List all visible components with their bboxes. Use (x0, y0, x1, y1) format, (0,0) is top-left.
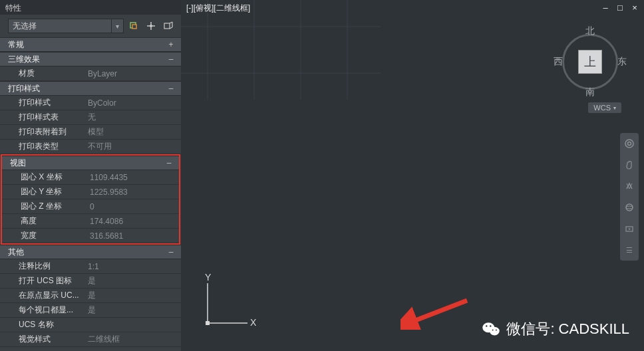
section-view[interactable]: 视图 – (2, 156, 179, 170)
properties-panel: 特性 无选择 ▾ 常规 + 三维效果 – 材质 ByLayer 打印样式 – 打… (0, 0, 181, 351)
svg-point-30 (483, 322, 495, 332)
annotation-arrow-icon (401, 296, 474, 330)
svg-point-35 (496, 330, 497, 331)
prop-row[interactable]: 圆心 Z 坐标0 (2, 199, 179, 214)
prop-val: 1109.4435 (88, 173, 179, 182)
section-label: 三维效果 (8, 54, 40, 65)
svg-line-29 (408, 300, 467, 323)
viewcube-east[interactable]: 东 (617, 56, 627, 68)
drawing-canvas[interactable]: [-][俯视][二维线框] – □ × 上 北 南 西 东 WCS ▾ ☰ Y … (181, 0, 644, 351)
svg-rect-28 (206, 321, 210, 325)
wcs-badge[interactable]: WCS ▾ (588, 102, 621, 113)
prop-key: 打印样式 (0, 97, 86, 108)
prop-key: 打印表附着到 (0, 126, 86, 138)
panel-title: 特性 (0, 0, 181, 15)
pan-icon[interactable] (623, 158, 636, 172)
section-general[interactable]: 常规 + (0, 37, 181, 52)
prop-key: 高度 (2, 215, 88, 227)
prop-val: 是 (86, 290, 181, 301)
orbit-icon[interactable] (623, 201, 636, 214)
section-label: 其他 (8, 247, 24, 258)
zoom-icon[interactable] (623, 179, 636, 193)
prop-val: ByLayer (86, 69, 181, 78)
maximize-icon[interactable]: □ (615, 3, 625, 13)
prop-val: 174.4086 (88, 217, 179, 226)
svg-point-34 (492, 330, 494, 331)
viewcube-face-top[interactable]: 上 (578, 50, 602, 74)
prop-val: 是 (86, 304, 181, 316)
svg-point-33 (490, 325, 491, 326)
viewcube[interactable]: 上 北 南 西 东 (554, 25, 627, 98)
watermark-text: 微信号: CADSKILL (506, 319, 629, 339)
prop-row[interactable]: 打印样式表无 (0, 110, 181, 125)
prop-row[interactable]: 在原点显示 UC...是 (0, 289, 181, 303)
collapse-icon: – (164, 158, 174, 168)
watermark: 微信号: CADSKILL (481, 319, 629, 339)
svg-point-31 (490, 327, 500, 336)
prop-key: 注释比例 (0, 261, 86, 272)
showmotion-icon[interactable] (623, 222, 636, 235)
viewcube-south[interactable]: 南 (585, 86, 595, 98)
minimize-icon[interactable]: – (600, 3, 611, 13)
prop-row[interactable]: 视觉样式二维线框 (0, 332, 181, 347)
prop-row[interactable]: 打印表类型不可用 (0, 140, 181, 154)
prop-row[interactable]: 宽度316.5681 (2, 229, 179, 243)
collapse-icon: – (166, 247, 176, 257)
svg-point-23 (626, 204, 633, 211)
prop-val: 1:1 (86, 262, 181, 271)
section-label: 视图 (10, 158, 26, 169)
object-isolate-icon[interactable] (161, 19, 176, 33)
prop-val: ByColor (86, 98, 181, 108)
prop-key: 宽度 (2, 230, 88, 241)
prop-val: 316.5681 (88, 231, 179, 241)
prop-row[interactable]: 打印表附着到模型 (0, 125, 181, 140)
section-3dfx[interactable]: 三维效果 – (0, 52, 181, 66)
ucs-icon[interactable]: Y X (197, 274, 257, 334)
prop-key: 材质 (0, 68, 86, 79)
selection-row: 无选择 ▾ (0, 15, 181, 37)
prop-row[interactable]: UCS 名称 (0, 318, 181, 332)
prop-key: 圆心 X 坐标 (2, 172, 88, 183)
highlighted-view-section: 视图 – 圆心 X 坐标1109.4435 圆心 Y 坐标1225.9583 圆… (1, 154, 180, 245)
prop-val: 无 (86, 112, 181, 123)
prop-val: 1225.9583 (88, 187, 179, 197)
prop-key: 圆心 Y 坐标 (2, 186, 88, 197)
viewcube-north[interactable]: 北 (585, 25, 595, 37)
prop-key: 打开 UCS 图标 (0, 275, 86, 287)
full-nav-wheel-icon[interactable] (623, 137, 636, 150)
viewport-label[interactable]: [-][俯视][二维线框] (184, 1, 253, 15)
nav-more-icon[interactable]: ☰ (623, 243, 636, 257)
svg-rect-1 (132, 25, 136, 29)
prop-key: 每个视口都显... (0, 304, 86, 316)
object-selector[interactable]: 无选择 ▾ (8, 19, 124, 33)
prop-key: 视觉样式 (0, 334, 86, 345)
section-label: 常规 (8, 39, 24, 51)
ucs-x-label: X (250, 317, 257, 328)
quick-select-icon[interactable] (144, 19, 158, 33)
prop-val: 模型 (86, 126, 181, 138)
collapse-icon: – (166, 55, 176, 64)
chevron-down-icon: ▾ (613, 105, 616, 111)
section-plot[interactable]: 打印样式 – (0, 81, 181, 96)
expand-icon: + (166, 40, 176, 49)
svg-point-32 (486, 325, 487, 326)
svg-point-22 (628, 142, 631, 146)
prop-row[interactable]: 圆心 Y 坐标1225.9583 (2, 185, 179, 199)
prop-row[interactable]: 高度174.4086 (2, 214, 179, 229)
prop-key: UCS 名称 (0, 319, 86, 330)
close-icon[interactable]: × (629, 3, 640, 13)
prop-row[interactable]: 材质 ByLayer (0, 66, 181, 81)
prop-key: 圆心 Z 坐标 (2, 201, 88, 212)
prop-row[interactable]: 圆心 X 坐标1109.4435 (2, 170, 179, 185)
prop-val: 不可用 (86, 141, 181, 152)
viewport-window-controls: – □ × (600, 3, 640, 13)
section-misc[interactable]: 其他 – (0, 245, 181, 259)
toggle-pim-icon[interactable] (126, 19, 141, 33)
prop-key: 打印表类型 (0, 141, 86, 152)
prop-row[interactable]: 每个视口都显...是 (0, 303, 181, 318)
prop-row[interactable]: 打开 UCS 图标是 (0, 274, 181, 289)
prop-row[interactable]: 打印样式ByColor (0, 96, 181, 110)
viewcube-west[interactable]: 西 (554, 56, 563, 68)
prop-val: 是 (86, 275, 181, 287)
prop-row[interactable]: 注释比例1:1 (0, 259, 181, 274)
